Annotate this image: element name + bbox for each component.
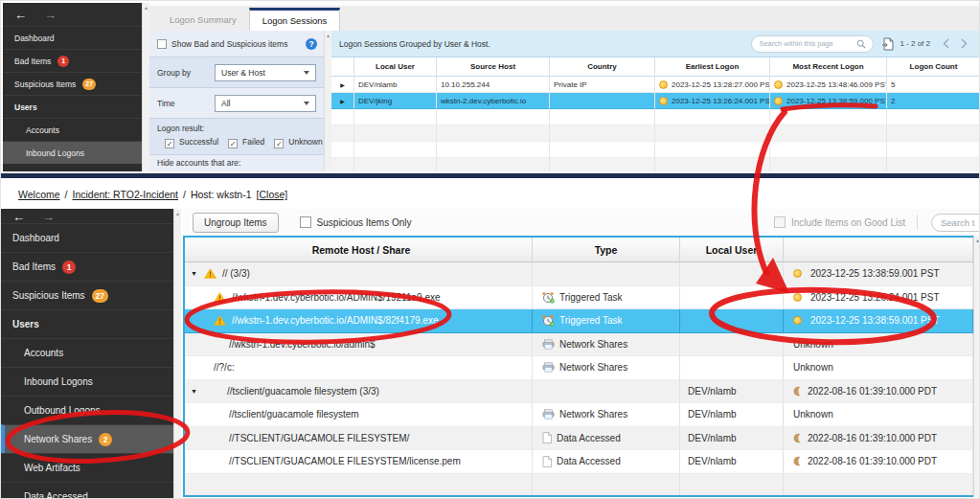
nighttime-icon <box>793 433 803 443</box>
show-bad-label: Show Bad and Suspicious items <box>171 39 287 49</box>
bottom-sidebar-scrollbar[interactable]: ▲ <box>173 209 181 499</box>
network-shares-table: Remote Host / Share Type Local User ▼ //… <box>183 236 973 497</box>
window-divider <box>1 171 980 180</box>
group-by-dropdown[interactable]: User & Host <box>215 64 316 81</box>
logon-row-jking-selected[interactable]: ▶ DEV/jking wkstn-2.dev.cyberbotic.io 20… <box>331 93 980 109</box>
sidebar-item-network-shares[interactable]: Network Shares2 <box>1 424 173 453</box>
logon-row-nlamb[interactable]: ▶ DEV/nlamb 10.10.255.244 Private IP 202… <box>331 77 980 93</box>
table-title-bar: Logon Sessions Grouped by User & Host. S… <box>331 31 980 57</box>
page-previous-icon[interactable] <box>943 38 949 49</box>
table-row-group-root[interactable]: ▼ // (3/3) 2023-12-25 13:38:59.001 PST <box>185 262 973 286</box>
sidebar-item-users[interactable]: Users <box>3 95 142 118</box>
table-row-c-drive[interactable]: //?/c: Network Shares Unknown <box>185 356 973 380</box>
sidebar-item-outbound-logons[interactable]: Outbound Logons <box>1 396 173 424</box>
table-header-row: Remote Host / Share Type Local User <box>185 238 973 262</box>
chevron-down-icon <box>304 71 309 75</box>
expand-caret-icon[interactable]: ▶ <box>340 81 345 88</box>
tab-bar: Logon Summary Logon Sessions <box>149 1 980 31</box>
daytime-icon <box>793 293 802 302</box>
sidebar-item-suspicious-items[interactable]: Suspicious Items27 <box>3 72 142 95</box>
breadcrumb: Welcome / Incident: RTO2-Incident / Host… <box>1 180 980 209</box>
successful-checkbox[interactable] <box>165 139 174 148</box>
show-bad-checkbox[interactable] <box>157 39 167 49</box>
table-header-row: Local User Source Host Country Earliest … <box>331 57 980 77</box>
include-good-list-checkbox[interactable] <box>774 216 786 228</box>
table-row-19211a9[interactable]: //wkstn-1.dev.cyberbotic.io/ADMIN$/19211… <box>185 286 973 310</box>
col-type[interactable]: Type <box>533 238 680 261</box>
search-input[interactable]: Search t <box>931 214 980 232</box>
logon-result-label: Logon result: <box>157 124 204 133</box>
forward-arrow-icon[interactable]: → <box>42 211 55 223</box>
breadcrumb-incident[interactable]: Incident: RTO2-Incident <box>73 189 179 200</box>
col-local-user[interactable]: Local User <box>354 57 437 76</box>
col-source-host[interactable]: Source Host <box>437 57 550 76</box>
forward-arrow-icon[interactable]: → <box>44 9 57 21</box>
col-most-recent-logon[interactable]: Most Recent Logon <box>770 57 887 76</box>
table-row-license-pem[interactable]: //TSCLIENT/GUACAMOLE FILESYSTEM/license.… <box>185 450 973 474</box>
table-title: Logon Sessions Grouped by User & Host. <box>339 39 490 49</box>
search-input[interactable]: Search within this page <box>751 35 874 53</box>
nighttime-icon <box>793 456 803 466</box>
sidebar-item-inbound-logons[interactable]: Inbound Logons <box>3 141 142 164</box>
table-row-admin-share[interactable]: //wkstn-1.dev.cyberbotic.io/admin$ Netwo… <box>185 333 973 357</box>
expand-caret-icon[interactable]: ▶ <box>340 98 345 104</box>
empty-row <box>331 142 980 158</box>
info-icon[interactable]: ? <box>306 38 317 50</box>
sidebar-item-web-artifacts[interactable]: Web Artifacts <box>1 453 173 482</box>
empty-row <box>331 109 980 125</box>
sidebar-item-bad-items[interactable]: Bad Items1 <box>3 49 142 72</box>
suspicious-only-checkbox[interactable] <box>300 216 311 228</box>
col-earliest-logon[interactable]: Earliest Logon <box>655 57 770 76</box>
time-dropdown[interactable]: All <box>215 95 316 112</box>
group-by-label: Group by <box>157 68 191 78</box>
breadcrumb-close[interactable]: [Close] <box>257 189 288 200</box>
filter-panel-scrollbar[interactable]: ▲ <box>324 31 331 171</box>
failed-checkbox[interactable] <box>228 139 238 148</box>
collapse-caret-icon[interactable]: ▼ <box>191 388 197 395</box>
col-local-user[interactable]: Local User <box>680 238 784 261</box>
col-logon-count[interactable]: Logon Count <box>887 57 980 76</box>
chevron-down-icon <box>304 102 309 105</box>
sidebar-item-inbound-logons[interactable]: Inbound Logons <box>1 367 173 396</box>
sidebar-item-accounts[interactable]: Accounts <box>1 338 173 367</box>
table-scrollbar[interactable]: ▲ <box>973 236 980 497</box>
logon-sessions-table: Logon Sessions Grouped by User & Host. S… <box>331 31 980 171</box>
tab-logon-sessions[interactable]: Logon Sessions <box>249 8 341 31</box>
col-time[interactable] <box>784 238 973 261</box>
col-remote-host-share[interactable]: Remote Host / Share <box>185 238 533 261</box>
top-sidebar-nav: ← → <box>3 3 142 26</box>
collapse-caret-icon[interactable]: ▼ <box>191 270 197 277</box>
top-sidebar-scrollbar[interactable]: ▲ <box>142 3 149 171</box>
sidebar-item-bad-items[interactable]: Bad Items1 <box>1 252 173 281</box>
unknown-checkbox[interactable] <box>274 139 284 148</box>
pagination-label: 1 - 2 of 2 <box>900 39 930 48</box>
suspicious-items-badge: 27 <box>82 79 96 90</box>
sidebar-item-dashboard[interactable]: Dashboard <box>1 223 173 252</box>
screenshot-root: ← → Dashboard Bad Items1 Suspicious Item… <box>0 0 980 499</box>
daytime-icon <box>774 97 783 105</box>
table-row-group-tsclient[interactable]: ▼ //tsclient/guacamole filesystem (3/3) … <box>185 380 973 404</box>
back-arrow-icon[interactable]: ← <box>14 9 27 21</box>
sidebar-item-suspicious-items[interactable]: Suspicious Items27 <box>1 281 173 309</box>
network-shares-icon <box>542 339 555 350</box>
tab-logon-summary[interactable]: Logon Summary <box>157 8 249 31</box>
empty-row <box>331 158 980 171</box>
top-sidebar: ← → Dashboard Bad Items1 Suspicious Item… <box>3 3 142 171</box>
table-row-tsclient-share[interactable]: //tsclient/guacamole filesystem Network … <box>185 403 973 427</box>
sidebar-item-accounts[interactable]: Accounts <box>3 118 142 141</box>
network-shares-badge: 2 <box>99 433 112 446</box>
filter-logon-result: Logon result: Successful Failed Unknown <box>149 119 324 155</box>
export-results-icon[interactable] <box>881 37 894 51</box>
page-next-icon[interactable] <box>961 38 968 49</box>
table-row-guacamole-fs[interactable]: //TSCLIENT/GUACAMOLE FILESYSTEM/ Data Ac… <box>185 427 973 451</box>
ungroup-items-button[interactable]: Ungroup Items <box>193 213 279 233</box>
sidebar-item-data-accessed[interactable]: Data Accessed <box>1 482 173 499</box>
sidebar-item-users[interactable]: Users <box>1 309 173 338</box>
col-country[interactable]: Country <box>550 57 655 76</box>
back-arrow-icon[interactable]: ← <box>12 211 25 223</box>
breadcrumb-welcome[interactable]: Welcome <box>18 189 60 200</box>
table-row-82f4179-selected[interactable]: //wkstn-1.dev.cyberbotic.io/ADMIN$/82f41… <box>185 309 973 333</box>
bottom-sidebar: ← → Dashboard Bad Items1 Suspicious Item… <box>1 209 173 499</box>
sidebar-item-dashboard[interactable]: Dashboard <box>3 26 142 49</box>
data-accessed-icon <box>542 456 552 467</box>
